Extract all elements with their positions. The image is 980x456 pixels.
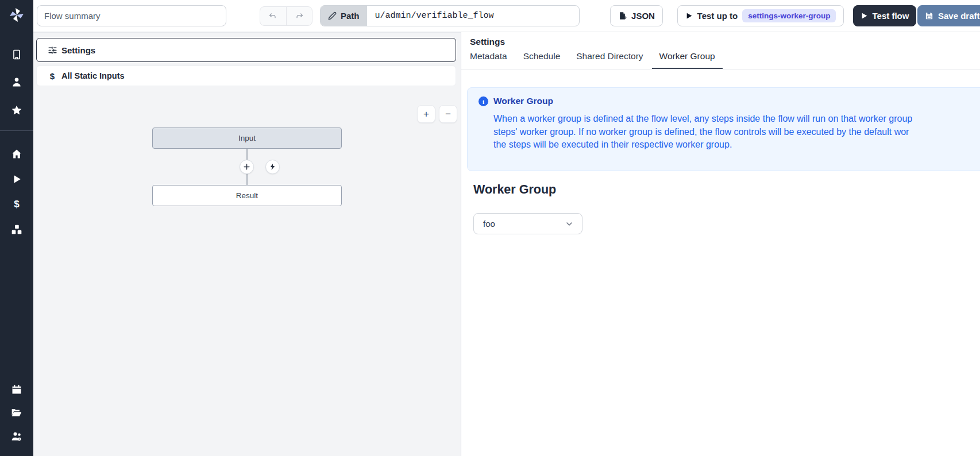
all-static-inputs-item[interactable]: $ All Static Inputs xyxy=(36,65,456,86)
tab-worker-group[interactable]: Worker Group xyxy=(659,51,715,69)
tab-schedule[interactable]: Schedule xyxy=(523,51,561,69)
plus-icon xyxy=(243,163,250,171)
add-step-button[interactable] xyxy=(240,160,254,174)
schedules-calendar-icon[interactable] xyxy=(10,383,23,396)
settings-tabs: Metadata Schedule Shared Directory Worke… xyxy=(461,49,980,69)
save-icon xyxy=(925,11,933,20)
worker-group-select[interactable]: foo xyxy=(473,213,582,234)
play-icon xyxy=(861,12,868,20)
path-edit-button[interactable]: Path xyxy=(321,6,367,26)
file-json-icon xyxy=(618,11,627,20)
zoom-in-button[interactable]: + xyxy=(417,105,435,123)
save-draft-button[interactable]: Save draft xyxy=(917,5,980,26)
resources-boxes-icon[interactable] xyxy=(10,223,23,236)
user-icon[interactable] xyxy=(10,76,23,88)
test-flow-button[interactable]: Test flow xyxy=(853,5,916,26)
undo-redo-group xyxy=(260,6,312,26)
flow-path-value[interactable]: u/admin/verifiable_flow xyxy=(367,6,502,26)
windmill-logo-icon[interactable] xyxy=(7,6,26,24)
sidebar-divider xyxy=(0,130,33,131)
info-icon: i xyxy=(479,96,488,106)
settings-panel-title: Settings xyxy=(470,37,505,47)
tab-shared-directory[interactable]: Shared Directory xyxy=(576,51,643,69)
sliders-settings-icon xyxy=(47,45,58,55)
flow-settings-label: Settings xyxy=(61,45,95,55)
app-sidebar: $ xyxy=(0,0,33,456)
info-box-title: Worker Group xyxy=(493,96,553,106)
pencil-icon xyxy=(328,11,337,20)
bolt-icon xyxy=(269,163,276,171)
workspace-building-icon[interactable] xyxy=(10,48,23,61)
zoom-out-button[interactable]: − xyxy=(439,105,457,123)
worker-group-selected-value: foo xyxy=(483,219,495,229)
settings-panel: Settings Metadata Schedule Shared Direct… xyxy=(461,32,980,456)
chevron-down-icon xyxy=(565,219,574,229)
dollar-icon: $ xyxy=(47,71,58,81)
worker-group-section-title: Worker Group xyxy=(473,183,556,197)
flow-result-node[interactable]: Result xyxy=(152,185,342,206)
undo-button[interactable] xyxy=(260,7,287,25)
all-static-inputs-label: All Static Inputs xyxy=(61,71,125,80)
test-up-to-button[interactable]: Test up to settings-worker-group xyxy=(677,5,844,26)
folders-open-icon[interactable] xyxy=(10,406,23,419)
json-view-button[interactable]: JSON xyxy=(610,5,663,26)
runs-play-icon[interactable] xyxy=(10,173,23,186)
favorites-star-icon[interactable] xyxy=(10,104,23,117)
home-icon[interactable] xyxy=(10,148,23,160)
topbar: Path u/admin/verifiable_flow JSON Test u… xyxy=(33,0,980,32)
redo-button[interactable] xyxy=(287,7,312,25)
flow-path-group: Path u/admin/verifiable_flow xyxy=(320,5,580,26)
variables-dollar-icon[interactable]: $ xyxy=(10,198,23,211)
add-trigger-button[interactable] xyxy=(265,160,280,174)
flow-graph-panel: Settings $ All Static Inputs + − Input R… xyxy=(33,32,461,456)
flow-input-node[interactable]: Input xyxy=(152,127,342,149)
flow-summary-input[interactable] xyxy=(37,5,226,26)
test-up-to-step-badge[interactable]: settings-worker-group xyxy=(742,9,836,22)
worker-group-info-box: i Worker Group When a worker group is de… xyxy=(467,87,980,171)
flow-settings-item[interactable]: Settings xyxy=(36,38,456,62)
groups-user-settings-icon[interactable] xyxy=(10,430,23,443)
play-icon xyxy=(685,12,693,20)
tab-metadata[interactable]: Metadata xyxy=(470,51,507,69)
info-box-text: When a worker group is defined at the fl… xyxy=(493,113,912,152)
